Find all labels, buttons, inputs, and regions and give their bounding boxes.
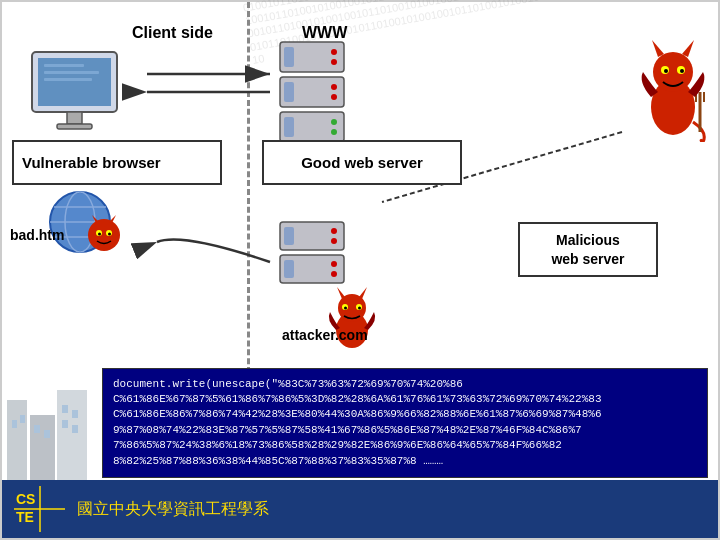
- bad-htm-label: bad.htm: [10, 227, 64, 243]
- svg-point-38: [664, 69, 668, 73]
- svg-rect-25: [284, 227, 294, 245]
- svg-point-62: [344, 307, 347, 310]
- svg-point-18: [331, 84, 337, 90]
- svg-point-26: [331, 228, 337, 234]
- good-server-box: Good web server: [262, 140, 462, 185]
- vulnerable-browser-label: Vulnerable browser: [22, 154, 161, 171]
- svg-rect-68: [34, 425, 40, 433]
- svg-rect-64: [7, 400, 27, 480]
- malicious-server-box: Maliciousweb server: [518, 222, 658, 277]
- code-block: document.write(unescape("%83C%73%63%72%6…: [102, 368, 708, 478]
- svg-point-39: [680, 69, 684, 73]
- vulnerable-browser-box: Vulnerable browser: [12, 140, 222, 185]
- svg-point-55: [108, 233, 111, 236]
- svg-rect-13: [284, 47, 294, 67]
- svg-rect-29: [284, 260, 294, 278]
- good-server-label: Good web server: [301, 154, 423, 171]
- svg-rect-66: [20, 415, 25, 423]
- svg-rect-21: [284, 117, 294, 137]
- cste-logo-icon: CS TE: [12, 484, 67, 534]
- svg-point-19: [331, 94, 337, 100]
- computer-icon: [22, 47, 142, 137]
- slide-container: 0100101101001010010010110100101001001011…: [0, 0, 720, 540]
- svg-rect-72: [72, 410, 78, 418]
- svg-rect-9: [44, 64, 84, 67]
- svg-rect-73: [62, 420, 68, 428]
- svg-point-23: [331, 129, 337, 135]
- svg-point-54: [98, 233, 101, 236]
- svg-rect-11: [44, 78, 92, 81]
- svg-point-30: [331, 261, 337, 267]
- client-side-label: Client side: [132, 24, 213, 42]
- malicious-server-label: Maliciousweb server: [551, 231, 624, 267]
- svg-text:TE: TE: [16, 509, 34, 525]
- svg-rect-8: [57, 124, 92, 129]
- svg-point-14: [331, 49, 337, 55]
- svg-rect-65: [12, 420, 17, 428]
- svg-point-31: [331, 271, 337, 277]
- svg-text:CS: CS: [16, 491, 35, 507]
- svg-rect-74: [72, 425, 78, 433]
- svg-marker-35: [682, 40, 694, 57]
- good-server-icon: [272, 37, 352, 147]
- svg-rect-69: [44, 430, 50, 438]
- svg-marker-34: [652, 40, 664, 57]
- svg-rect-67: [30, 415, 55, 480]
- svg-point-15: [331, 59, 337, 65]
- svg-point-27: [331, 238, 337, 244]
- svg-marker-59: [359, 287, 367, 299]
- svg-point-63: [358, 307, 361, 310]
- building-background: [2, 360, 102, 480]
- svg-rect-71: [62, 405, 68, 413]
- devil-right-icon: [638, 32, 708, 132]
- svg-rect-17: [284, 82, 294, 102]
- university-label: 國立中央大學資訊工程學系: [77, 499, 269, 520]
- svg-rect-10: [44, 71, 99, 74]
- attacker-com-label: attacker.com: [282, 327, 368, 343]
- svg-rect-70: [57, 390, 87, 480]
- svg-rect-7: [67, 112, 82, 124]
- svg-point-22: [331, 119, 337, 125]
- dashed-divider: [247, 2, 250, 382]
- svg-marker-58: [337, 287, 345, 299]
- code-text: document.write(unescape("%83C%73%63%72%6…: [113, 377, 697, 469]
- svg-point-49: [88, 219, 120, 251]
- bottom-bar: CS TE 國立中央大學資訊工程學系: [2, 480, 718, 538]
